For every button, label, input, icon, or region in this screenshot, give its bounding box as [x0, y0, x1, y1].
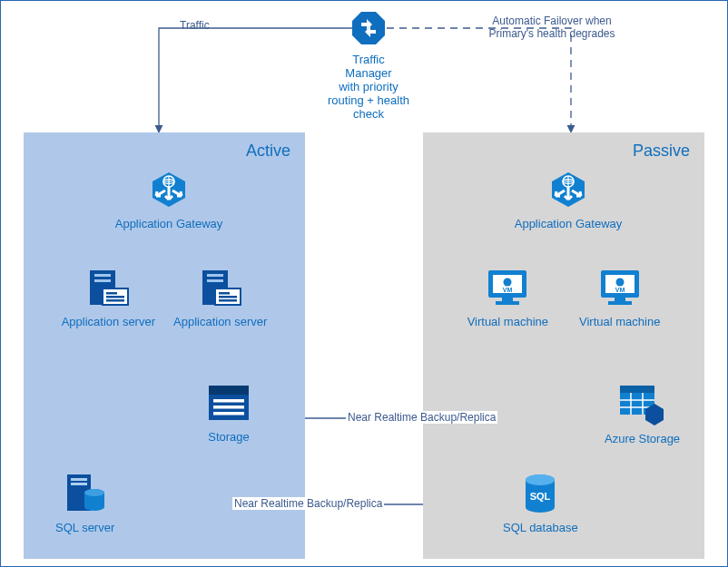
virtual-machine-node: VM Virtual machine — [467, 267, 548, 328]
svg-text:VM: VM — [503, 287, 513, 293]
sql-server-label: SQL server — [55, 521, 114, 534]
svg-rect-44 — [620, 386, 654, 393]
svg-rect-6 — [94, 279, 111, 282]
svg-rect-8 — [106, 292, 117, 295]
application-gateway-icon — [147, 169, 191, 213]
passive-storage-node: Azure Storage — [605, 382, 680, 445]
edge-label-failover: Automatic Failover when Primary's health… — [475, 15, 629, 40]
svg-text:SQL: SQL — [530, 491, 551, 502]
svg-rect-16 — [219, 296, 237, 298]
svg-rect-12 — [207, 274, 223, 277]
svg-rect-19 — [209, 386, 249, 395]
active-region-title: Active — [24, 142, 305, 161]
azure-storage-label: Azure Storage — [605, 432, 680, 445]
active-app-gateway-node: Application Gateway — [110, 169, 228, 230]
svg-rect-36 — [496, 301, 519, 305]
passive-app-gateway-node: Application Gateway — [509, 169, 627, 230]
vm-label: Virtual machine — [579, 315, 660, 328]
edge-label-sql-replica: Near Realtime Backup/Replica — [232, 497, 384, 510]
active-app-gateway-label: Application Gateway — [110, 217, 228, 230]
svg-rect-20 — [213, 399, 244, 403]
server-icon — [199, 269, 242, 311]
svg-rect-21 — [213, 406, 244, 409]
traffic-manager-node: Traffic Manager with priority routing + … — [328, 10, 409, 121]
svg-rect-25 — [71, 483, 87, 485]
vm-pair: VM Virtual machine VM Virtual machine — [423, 267, 704, 328]
server-label: Application server — [173, 315, 267, 328]
application-gateway-icon — [546, 169, 590, 213]
svg-rect-17 — [219, 299, 237, 302]
active-server-pair: Application server Application server — [24, 269, 305, 328]
svg-rect-24 — [71, 478, 87, 481]
svg-point-39 — [615, 279, 624, 287]
svg-point-33 — [504, 279, 512, 287]
vm-icon: VM — [485, 267, 530, 311]
azure-storage-icon — [618, 382, 667, 428]
active-storage-node: Storage — [205, 382, 252, 444]
svg-point-27 — [84, 489, 104, 496]
traffic-manager-icon — [350, 10, 387, 49]
svg-point-51 — [526, 474, 555, 485]
passive-app-gateway-label: Application Gateway — [509, 217, 627, 230]
svg-text:VM: VM — [615, 287, 625, 293]
active-region: Active Application Gateway — [24, 132, 305, 559]
sql-database-node: SQL SQL database — [503, 473, 578, 534]
virtual-machine-node: VM Virtual machine — [579, 267, 660, 328]
svg-rect-5 — [94, 274, 111, 277]
svg-rect-41 — [615, 298, 625, 301]
vm-label: Virtual machine — [467, 315, 548, 328]
server-label: Application server — [62, 315, 155, 328]
vm-icon: VM — [597, 267, 643, 311]
svg-rect-15 — [219, 292, 230, 295]
passive-region-title: Passive — [423, 142, 704, 161]
svg-rect-9 — [106, 296, 124, 298]
server-icon — [86, 269, 130, 311]
svg-rect-13 — [207, 279, 223, 282]
svg-rect-10 — [106, 299, 124, 302]
sql-database-label: SQL database — [503, 521, 578, 534]
svg-rect-35 — [502, 298, 513, 301]
traffic-manager-label: Traffic Manager with priority routing + … — [328, 53, 409, 121]
edge-label-storage-replica: Near Realtime Backup/Replica — [346, 411, 497, 424]
storage-icon — [205, 382, 252, 426]
svg-rect-42 — [608, 301, 632, 305]
active-sql-node: SQL server — [55, 473, 114, 534]
application-server-node: Application server — [173, 269, 267, 328]
sql-database-icon: SQL — [522, 473, 558, 517]
svg-rect-22 — [213, 412, 244, 415]
edge-label-traffic: Traffic — [178, 19, 212, 32]
application-server-node: Application server — [62, 269, 155, 328]
sql-server-icon — [64, 473, 107, 517]
storage-label: Storage — [205, 430, 252, 444]
